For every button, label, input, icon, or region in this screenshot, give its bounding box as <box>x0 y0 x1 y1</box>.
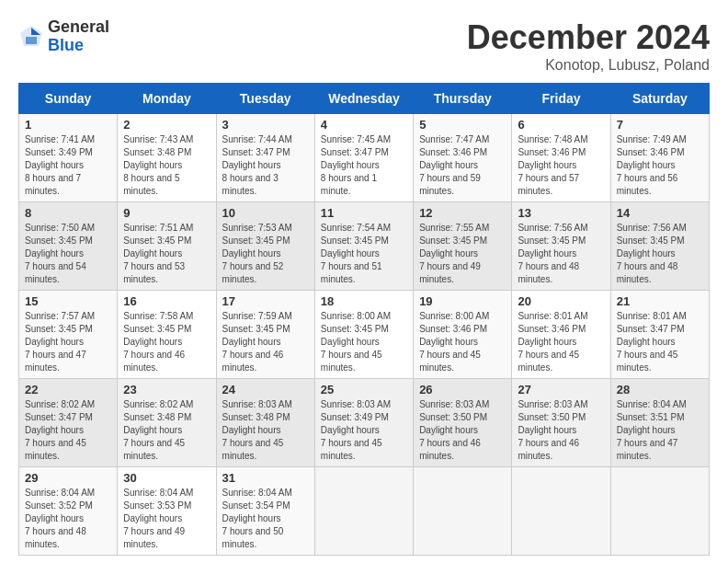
location-title: Konotop, Lubusz, Poland <box>467 57 710 74</box>
calendar-cell: 17Sunrise: 7:59 AMSunset: 3:45 PMDayligh… <box>216 291 314 379</box>
calendar-cell: 28Sunrise: 8:04 AMSunset: 3:51 PMDayligh… <box>610 379 709 467</box>
day-number: 31 <box>222 471 309 485</box>
day-number: 14 <box>617 206 703 220</box>
day-number: 7 <box>617 118 703 132</box>
day-number: 5 <box>419 118 506 132</box>
calendar-cell: 19Sunrise: 8:00 AMSunset: 3:46 PMDayligh… <box>414 291 512 379</box>
calendar-cell: 8Sunrise: 7:50 AMSunset: 3:45 PMDaylight… <box>19 202 118 291</box>
calendar-cell: 31Sunrise: 8:04 AMSunset: 3:54 PMDayligh… <box>216 467 314 556</box>
calendar-cell: 21Sunrise: 8:01 AMSunset: 3:47 PMDayligh… <box>610 291 709 379</box>
day-number: 24 <box>222 383 309 396</box>
calendar-table: SundayMondayTuesdayWednesdayThursdayFrid… <box>18 83 710 556</box>
day-number: 9 <box>123 206 210 220</box>
day-number: 2 <box>123 118 210 132</box>
calendar-cell: 15Sunrise: 7:57 AMSunset: 3:45 PMDayligh… <box>19 291 118 379</box>
day-number: 10 <box>222 206 309 220</box>
cell-info: Sunrise: 7:54 AMSunset: 3:45 PMDaylight … <box>321 222 407 286</box>
calendar-week-1: 1Sunrise: 7:41 AMSunset: 3:49 PMDaylight… <box>19 114 710 202</box>
calendar-week-2: 8Sunrise: 7:50 AMSunset: 3:45 PMDaylight… <box>19 202 710 291</box>
cell-info: Sunrise: 8:03 AMSunset: 3:49 PMDaylight … <box>321 398 407 463</box>
day-number: 1 <box>25 118 111 132</box>
cell-info: Sunrise: 7:53 AMSunset: 3:45 PMDaylight … <box>222 222 309 286</box>
cell-info: Sunrise: 8:03 AMSunset: 3:50 PMDaylight … <box>518 398 604 463</box>
calendar-cell: 14Sunrise: 7:56 AMSunset: 3:45 PMDayligh… <box>610 202 709 291</box>
day-number: 23 <box>123 383 210 396</box>
calendar-cell: 2Sunrise: 7:43 AMSunset: 3:48 PMDaylight… <box>118 114 216 202</box>
calendar-cell: 29Sunrise: 8:04 AMSunset: 3:52 PMDayligh… <box>19 467 118 556</box>
weekday-header-monday: Monday <box>118 84 216 114</box>
day-number: 25 <box>321 383 407 396</box>
day-number: 27 <box>518 383 604 396</box>
calendar-cell: 3Sunrise: 7:44 AMSunset: 3:47 PMDaylight… <box>216 114 314 202</box>
calendar-cell: 16Sunrise: 7:58 AMSunset: 3:45 PMDayligh… <box>118 291 216 379</box>
day-number: 17 <box>222 294 309 308</box>
weekday-header-sunday: Sunday <box>19 84 118 114</box>
calendar-cell: 27Sunrise: 8:03 AMSunset: 3:50 PMDayligh… <box>512 379 610 467</box>
cell-info: Sunrise: 7:57 AMSunset: 3:45 PMDaylight … <box>25 310 111 374</box>
day-number: 30 <box>123 471 210 485</box>
day-number: 18 <box>321 294 407 308</box>
page-header: General Blue December 2024 Konotop, Lubu… <box>18 18 710 74</box>
cell-info: Sunrise: 7:47 AMSunset: 3:46 PMDaylight … <box>419 133 506 198</box>
cell-info: Sunrise: 7:51 AMSunset: 3:45 PMDaylight … <box>123 222 210 286</box>
svg-rect-2 <box>26 37 37 44</box>
calendar-cell: 26Sunrise: 8:03 AMSunset: 3:50 PMDayligh… <box>414 379 512 467</box>
day-number: 6 <box>518 118 604 132</box>
calendar-cell: 22Sunrise: 8:02 AMSunset: 3:47 PMDayligh… <box>19 379 118 467</box>
calendar-cell <box>512 467 610 556</box>
cell-info: Sunrise: 8:00 AMSunset: 3:46 PMDaylight … <box>419 310 506 374</box>
cell-info: Sunrise: 8:04 AMSunset: 3:54 PMDaylight … <box>222 487 309 551</box>
day-number: 21 <box>617 294 703 308</box>
calendar-cell: 30Sunrise: 8:04 AMSunset: 3:53 PMDayligh… <box>118 467 216 556</box>
logo-icon <box>18 24 44 50</box>
calendar-cell: 7Sunrise: 7:49 AMSunset: 3:46 PMDaylight… <box>610 114 709 202</box>
day-number: 4 <box>321 118 407 132</box>
logo-blue-text: Blue <box>48 37 109 55</box>
calendar-cell: 1Sunrise: 7:41 AMSunset: 3:49 PMDaylight… <box>19 114 118 202</box>
calendar-cell: 25Sunrise: 8:03 AMSunset: 3:49 PMDayligh… <box>314 379 413 467</box>
calendar-cell <box>414 467 512 556</box>
calendar-cell: 11Sunrise: 7:54 AMSunset: 3:45 PMDayligh… <box>314 202 413 291</box>
cell-info: Sunrise: 7:48 AMSunset: 3:46 PMDaylight … <box>518 133 604 198</box>
calendar-cell: 6Sunrise: 7:48 AMSunset: 3:46 PMDaylight… <box>512 114 610 202</box>
cell-info: Sunrise: 7:50 AMSunset: 3:45 PMDaylight … <box>25 222 111 286</box>
weekday-header-row: SundayMondayTuesdayWednesdayThursdayFrid… <box>19 84 710 114</box>
calendar-cell: 10Sunrise: 7:53 AMSunset: 3:45 PMDayligh… <box>216 202 314 291</box>
cell-info: Sunrise: 7:55 AMSunset: 3:45 PMDaylight … <box>419 222 506 286</box>
cell-info: Sunrise: 8:03 AMSunset: 3:50 PMDaylight … <box>419 398 506 463</box>
day-number: 22 <box>25 383 111 396</box>
calendar-cell: 12Sunrise: 7:55 AMSunset: 3:45 PMDayligh… <box>414 202 512 291</box>
cell-info: Sunrise: 8:00 AMSunset: 3:45 PMDaylight … <box>321 310 407 374</box>
logo-general-text: General <box>48 18 109 37</box>
calendar-cell: 9Sunrise: 7:51 AMSunset: 3:45 PMDaylight… <box>118 202 216 291</box>
cell-info: Sunrise: 8:01 AMSunset: 3:47 PMDaylight … <box>617 310 703 374</box>
calendar-cell <box>314 467 413 556</box>
calendar-cell: 4Sunrise: 7:45 AMSunset: 3:47 PMDaylight… <box>314 114 413 202</box>
cell-info: Sunrise: 7:59 AMSunset: 3:45 PMDaylight … <box>222 310 309 374</box>
cell-info: Sunrise: 8:04 AMSunset: 3:53 PMDaylight … <box>123 487 210 551</box>
calendar-cell: 13Sunrise: 7:56 AMSunset: 3:45 PMDayligh… <box>512 202 610 291</box>
weekday-header-tuesday: Tuesday <box>216 84 314 114</box>
weekday-header-saturday: Saturday <box>610 84 709 114</box>
cell-info: Sunrise: 8:01 AMSunset: 3:46 PMDaylight … <box>518 310 604 374</box>
day-number: 20 <box>518 294 604 308</box>
day-number: 12 <box>419 206 506 220</box>
day-number: 3 <box>222 118 309 132</box>
calendar-cell: 23Sunrise: 8:02 AMSunset: 3:48 PMDayligh… <box>118 379 216 467</box>
weekday-header-thursday: Thursday <box>414 84 512 114</box>
weekday-header-wednesday: Wednesday <box>314 84 413 114</box>
cell-info: Sunrise: 7:58 AMSunset: 3:45 PMDaylight … <box>123 310 210 374</box>
calendar-cell <box>610 467 709 556</box>
calendar-cell: 24Sunrise: 8:03 AMSunset: 3:48 PMDayligh… <box>216 379 314 467</box>
day-number: 13 <box>518 206 604 220</box>
day-number: 8 <box>25 206 111 220</box>
day-number: 29 <box>25 471 111 485</box>
day-number: 15 <box>25 294 111 308</box>
cell-info: Sunrise: 7:43 AMSunset: 3:48 PMDaylight … <box>123 133 210 198</box>
cell-info: Sunrise: 8:03 AMSunset: 3:48 PMDaylight … <box>222 398 309 463</box>
day-number: 26 <box>419 383 506 396</box>
cell-info: Sunrise: 7:49 AMSunset: 3:46 PMDaylight … <box>617 133 703 198</box>
cell-info: Sunrise: 7:56 AMSunset: 3:45 PMDaylight … <box>518 222 604 286</box>
cell-info: Sunrise: 7:56 AMSunset: 3:45 PMDaylight … <box>617 222 703 286</box>
cell-info: Sunrise: 8:04 AMSunset: 3:52 PMDaylight … <box>25 487 111 551</box>
